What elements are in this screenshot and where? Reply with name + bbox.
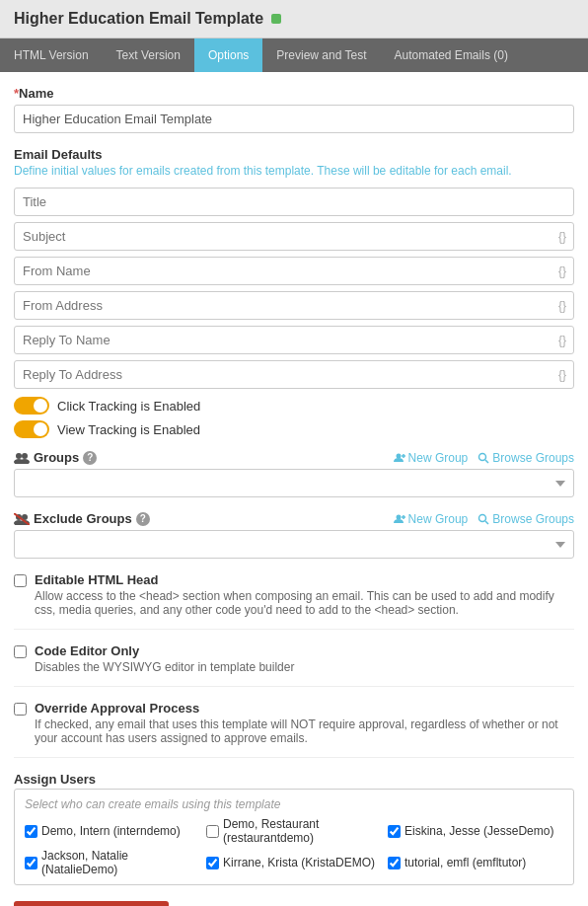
reply-to-name-input[interactable] [14,326,574,354]
override-approval-section: Override Approval Process If checked, an… [14,701,574,758]
user-checkbox-0[interactable] [25,825,37,838]
groups-section-header: Groups ? New Group [14,450,574,465]
tab-preview-test[interactable]: Preview and Test [262,38,380,72]
from-address-token-icon[interactable]: {} [558,299,566,313]
reply-to-address-input[interactable] [14,360,574,389]
browse-groups-link[interactable]: Browse Groups [478,451,574,465]
from-address-field: {} [14,291,574,320]
override-approval-row: Override Approval Process If checked, an… [14,701,574,745]
exclude-groups-icon [14,513,30,525]
deactivate-button[interactable]: Deactivate Template [14,901,169,906]
svg-line-8 [485,460,488,463]
editable-html-head-checkbox[interactable] [14,574,27,587]
view-tracking-toggle[interactable] [14,420,49,438]
svg-point-14 [396,514,401,519]
assign-users-box: Select who can create emails using this … [14,789,574,885]
tabs-bar: HTML Version Text Version Options Previe… [0,38,588,72]
reply-to-name-field: {} [14,326,574,354]
exclude-groups-select[interactable] [14,530,574,559]
user-checkbox-5[interactable] [388,857,401,869]
groups-select[interactable] [14,469,574,497]
status-indicator [271,14,281,24]
users-grid: Demo, Intern (interndemo) Demo, Restaura… [25,817,563,876]
content-area: *Name Email Defaults Define initial valu… [0,72,588,906]
user-checkbox-2[interactable] [388,825,401,838]
groups-title: Groups ? [14,450,97,465]
code-editor-row: Code Editor Only Disables the WYSIWYG ed… [14,643,574,674]
user-label-0: Demo, Intern (interndemo) [41,824,181,838]
exclude-groups-help-icon[interactable]: ? [136,512,150,526]
groups-actions: New Group Browse Groups [394,451,574,465]
title-field [14,188,574,216]
editable-html-head-row: Editable HTML Head Allow access to the <… [14,572,574,617]
svg-point-0 [16,453,22,459]
name-field-wrapper: *Name [14,86,574,133]
svg-point-1 [22,453,28,459]
user-item-5: tutorial, emfl (emfltutor) [388,849,563,876]
exclude-groups-actions: New Group Browse Groups [394,512,574,526]
editable-html-head-content: Editable HTML Head Allow access to the <… [35,572,574,617]
tab-options[interactable]: Options [194,38,262,72]
email-defaults-section: Email Defaults Define initial values for… [14,147,574,389]
code-editor-content: Code Editor Only Disables the WYSIWYG ed… [35,643,294,674]
from-name-input[interactable] [14,257,574,285]
from-address-input[interactable] [14,291,574,320]
svg-point-7 [479,453,486,460]
user-checkbox-1[interactable] [206,825,219,838]
tab-automated-emails[interactable]: Automated Emails (0) [381,38,522,72]
reply-to-address-token-icon[interactable]: {} [558,368,566,382]
subject-input[interactable] [14,222,574,251]
new-group-link[interactable]: New Group [394,451,469,465]
page-title: Higher Education Email Template [14,10,263,28]
user-item-4: Kirrane, Krista (KristaDEMO) [206,849,382,876]
override-approval-title: Override Approval Process [35,701,574,716]
email-defaults-desc: Define initial values for emails created… [14,164,574,178]
name-input[interactable] [14,105,574,133]
exclude-groups-title: Exclude Groups ? [14,511,150,526]
assign-users-title: Assign Users [14,772,574,787]
svg-line-18 [485,521,488,524]
subject-token-icon[interactable]: {} [558,230,566,244]
subject-field: {} [14,222,574,251]
from-name-field: {} [14,257,574,285]
user-checkbox-4[interactable] [206,857,219,869]
groups-icon [14,452,30,464]
code-editor-checkbox[interactable] [14,645,27,658]
click-tracking-toggle[interactable] [14,397,49,415]
override-approval-content: Override Approval Process If checked, an… [35,701,574,745]
svg-point-17 [479,514,486,521]
view-tracking-label: View Tracking is Enabled [57,422,200,437]
editable-html-head-title: Editable HTML Head [35,572,574,587]
user-checkbox-3[interactable] [25,857,37,869]
tab-html-version[interactable]: HTML Version [0,38,103,72]
svg-point-4 [396,453,401,458]
browse-icon [478,452,489,464]
assign-users-section: Assign Users Select who can create email… [14,772,574,885]
user-label-3: Jackson, Natalie (NatalieDemo) [41,849,200,876]
exclude-browse-icon [478,513,489,525]
title-input[interactable] [14,188,574,216]
assign-users-desc: Select who can create emails using this … [25,797,563,811]
groups-help-icon[interactable]: ? [83,451,97,465]
editable-note: These will be editable for each email. [317,164,511,178]
click-tracking-label: Click Tracking is Enabled [57,399,200,414]
tab-text-version[interactable]: Text Version [103,38,194,72]
from-name-token-icon[interactable]: {} [558,264,566,278]
exclude-new-group-link[interactable]: New Group [394,512,469,526]
user-label-5: tutorial, emfl (emfltutor) [404,856,526,869]
exclude-groups-section-header: Exclude Groups ? New Group [14,511,574,526]
user-item-0: Demo, Intern (interndemo) [25,817,200,845]
user-label-1: Demo, Restaurant (restaurantdemo) [223,817,382,845]
user-item-1: Demo, Restaurant (restaurantdemo) [206,817,382,845]
new-group-icon [394,452,405,464]
reply-to-name-token-icon[interactable]: {} [558,334,566,347]
view-tracking-row: View Tracking is Enabled [14,420,574,438]
reply-to-address-field: {} [14,360,574,389]
code-editor-desc: Disables the WYSIWYG editor in template … [35,660,294,674]
code-editor-title: Code Editor Only [35,643,294,658]
name-label: *Name [14,86,574,101]
user-item-3: Jackson, Natalie (NatalieDemo) [25,849,200,876]
override-approval-checkbox[interactable] [14,703,27,716]
exclude-browse-groups-link[interactable]: Browse Groups [478,512,574,526]
code-editor-section: Code Editor Only Disables the WYSIWYG ed… [14,643,574,687]
